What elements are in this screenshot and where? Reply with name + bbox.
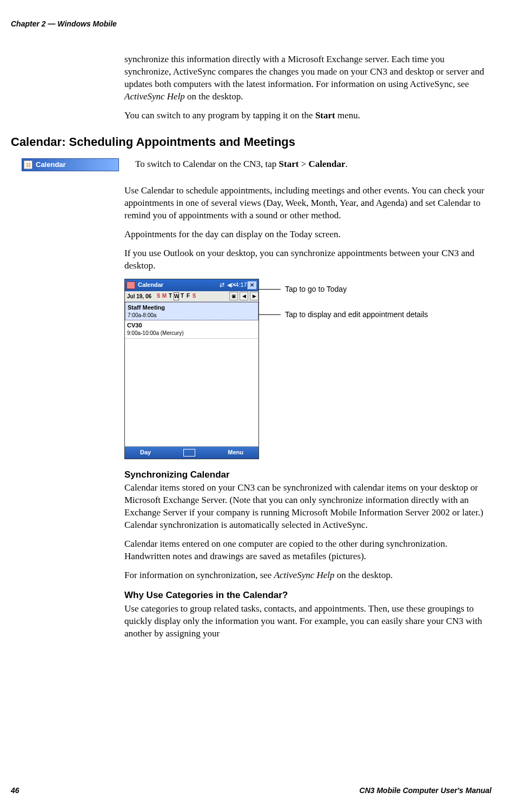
dow-tue: T	[168, 292, 173, 301]
text: You can switch to any program by tapping…	[124, 110, 315, 120]
soft-key-menu: Menu	[228, 448, 243, 457]
sync-icon: ⇄	[218, 281, 225, 289]
day-of-week-strip: S M T W T F S	[156, 292, 197, 301]
callout-text: Tap to go to Today	[281, 284, 347, 294]
pda-screenshot: Calendar ⇄ ◀✕ 4:17 ✕ Jul 19, 06 S M T W	[124, 279, 259, 459]
pda-date-bar: Jul 19, 06 S M T W T F S ▣ ◀ ▶	[125, 291, 258, 302]
callout-text: Tap to display and edit appointment deta…	[281, 310, 428, 320]
paragraph-sync-intro: synchronize this information directly wi…	[124, 53, 492, 103]
text: To switch to Calendar on the CN3, tap	[135, 159, 279, 169]
calendar-bold: Calendar	[309, 159, 346, 169]
text: For information on synchronization, see	[124, 570, 274, 580]
activesync-help-ref: ActiveSync Help	[124, 91, 185, 102]
callouts: Tap to go to Today Tap to display and ed…	[259, 279, 428, 320]
text: .	[346, 159, 348, 169]
keyboard-icon	[183, 449, 195, 457]
today-button: ▣	[229, 292, 238, 300]
clock-text: 4:17	[237, 281, 245, 289]
page-footer: 46 CN3 Mobile Computer User's Manual	[11, 786, 492, 796]
callout-details: Tap to display and edit appointment deta…	[259, 310, 428, 320]
appointment-time: 7:00a-8:00a	[128, 312, 256, 319]
paragraph-today-screen: Appointments for the day can display on …	[124, 229, 492, 241]
paragraph-sync-1: Calendar items stored on your CN3 can be…	[124, 482, 492, 532]
dow-thu: T	[180, 292, 185, 301]
book-title: CN3 Mobile Computer User's Manual	[360, 786, 492, 796]
activesync-help-ref: ActiveSync Help	[274, 570, 335, 580]
paragraph-sync-2: Calendar items entered on one computer a…	[124, 538, 492, 563]
section-heading-calendar: Calendar: Scheduling Appointments and Me…	[11, 134, 492, 150]
page-number: 46	[11, 786, 19, 796]
calendar-screenshot-row: Calendar ⇄ ◀✕ 4:17 ✕ Jul 19, 06 S M T W	[124, 279, 492, 459]
pda-soft-key-bar: Day Menu	[125, 447, 258, 459]
calendar-icon: ☷	[24, 160, 32, 169]
next-day-button: ▶	[250, 292, 258, 300]
paragraph-why-categories: Use categories to group related tasks, c…	[124, 603, 492, 640]
switch-instruction: To switch to Calendar on the CN3, tap St…	[135, 158, 492, 171]
pda-tray: ⇄ ◀✕ 4:17	[218, 281, 245, 289]
callout-today: Tap to go to Today	[259, 284, 428, 294]
start-bold: Start	[315, 110, 335, 120]
calendar-chip-label: Calendar	[36, 160, 66, 170]
dow-wed: W	[174, 292, 179, 301]
start-bold: Start	[279, 159, 299, 169]
start-flag-icon	[127, 281, 135, 289]
running-head: Chapter 2 — Windows Mobile	[11, 19, 492, 29]
appointment-time: 9:00a-10:00a (Mercury)	[127, 330, 256, 337]
appointment-cv30: CV30 9:00a-10:00a (Mercury)	[125, 320, 258, 338]
pda-date: Jul 19, 06	[125, 293, 154, 300]
prev-day-button: ◀	[240, 292, 248, 300]
heading-sync-calendar: Synchronizing Calendar	[124, 469, 492, 481]
close-icon: ✕	[247, 281, 257, 290]
text: >	[299, 159, 308, 169]
pda-app-title: Calendar	[138, 281, 218, 289]
appointment-title: CV30	[127, 321, 256, 330]
text: menu.	[335, 110, 360, 120]
text: synchronize this information directly wi…	[124, 54, 484, 89]
text: on the desktop.	[185, 91, 243, 102]
heading-why-categories: Why Use Categories in the Calendar?	[124, 589, 492, 602]
dow-sat: S	[191, 292, 197, 301]
text: on the desktop.	[335, 570, 393, 580]
appointment-staff-meeting: Staff Meeting 7:00a-8:00a	[125, 302, 258, 320]
paragraph-sync-3: For information on synchronization, see …	[124, 569, 492, 582]
paragraph-use-calendar: Use Calendar to schedule appointments, i…	[124, 185, 492, 222]
paragraph-outlook-sync: If you use Outlook on your desktop, you …	[124, 247, 492, 272]
appointment-title: Staff Meeting	[128, 304, 256, 312]
calendar-menu-chip: ☷ Calendar	[22, 158, 119, 171]
paragraph-start-menu: You can switch to any program by tapping…	[124, 110, 492, 122]
dow-mon: M	[162, 292, 167, 301]
soft-key-day: Day	[140, 448, 151, 457]
dow-fri: F	[185, 292, 191, 301]
dow-sun: S	[156, 292, 161, 301]
volume-icon: ◀✕	[228, 281, 235, 289]
pda-title-bar: Calendar ⇄ ◀✕ 4:17 ✕	[125, 279, 258, 291]
pda-empty-area	[125, 339, 258, 447]
